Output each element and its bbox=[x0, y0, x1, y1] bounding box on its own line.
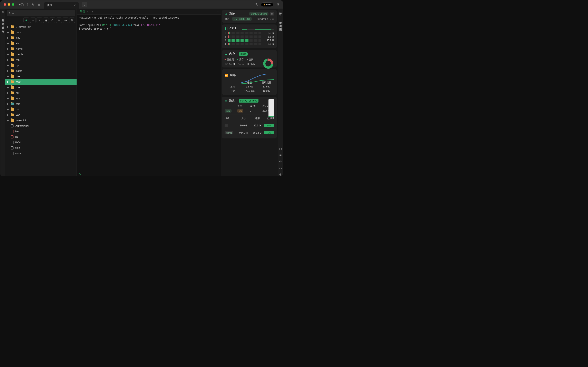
cpu-title: CPU bbox=[229, 26, 236, 30]
tree-row-root[interactable]: ▶root bbox=[5, 79, 77, 85]
gear-icon[interactable]: ⚙ bbox=[279, 173, 282, 176]
terminal-icon[interactable]: ▸▢ bbox=[19, 3, 24, 6]
memory-card: ☁ 内存 3.6 G 已使用 缓存 空闲 1017.6 M 2.5 G 117.… bbox=[222, 50, 277, 67]
tree-item-label: sbin bbox=[15, 146, 20, 150]
tree-row-srv[interactable]: ▶srv bbox=[5, 90, 77, 96]
tree-row-usr[interactable]: ▶usr bbox=[5, 107, 77, 112]
right-rail-close-icon[interactable]: ✕ bbox=[279, 14, 281, 17]
chevron-right-icon: ▶ bbox=[7, 64, 9, 67]
term-login-year: 2024 bbox=[126, 24, 132, 26]
tree-row-tmp[interactable]: ▶tmp bbox=[5, 101, 77, 107]
file-icon bbox=[11, 146, 13, 150]
target-icon[interactable]: ⊕ bbox=[24, 17, 29, 23]
refresh-icon[interactable]: ⟳ bbox=[279, 160, 282, 163]
tree-row-var[interactable]: ▶var bbox=[5, 112, 77, 118]
add-terminal-tab-icon[interactable]: ＋ bbox=[91, 10, 94, 13]
path-input-value: /root bbox=[9, 12, 14, 15]
tree-row-www[interactable]: www bbox=[5, 151, 77, 156]
cpu-core-num: 4 bbox=[225, 43, 227, 45]
tree-item-label: opt bbox=[16, 64, 20, 67]
heart-icon[interactable]: ♡ bbox=[56, 17, 62, 23]
folder-icon bbox=[11, 97, 14, 100]
transfer-icon[interactable]: ⇆ bbox=[32, 3, 35, 6]
cpu-core-row: 46.6 % bbox=[225, 43, 274, 45]
mem-legend-cache: 缓存 bbox=[239, 58, 244, 61]
tree-row-.autorelabel[interactable]: .autorelabel bbox=[5, 123, 77, 129]
terminal-output[interactable]: Activate the web console with: systemctl… bbox=[77, 15, 221, 172]
mount-avail: 25.9 G bbox=[251, 124, 264, 127]
tz-label: 时区: bbox=[225, 17, 230, 20]
refresh-icon[interactable]: ⟳ bbox=[50, 17, 55, 23]
tree-row-home[interactable]: ▶home bbox=[5, 46, 77, 52]
folder-icon bbox=[11, 25, 14, 28]
panel-icon[interactable]: ▯ bbox=[27, 3, 29, 6]
net-down-label: 下载 bbox=[225, 90, 240, 93]
tree-item-label: tmp bbox=[16, 102, 20, 105]
tree-row-lib[interactable]: lib bbox=[5, 134, 77, 140]
tree-item-label: srv bbox=[16, 91, 19, 94]
system-title: 系统 bbox=[229, 12, 235, 16]
search-icon[interactable] bbox=[254, 3, 258, 7]
close-terminal-tab-icon[interactable]: ✕ bbox=[86, 10, 88, 13]
tree-item-label: var bbox=[16, 113, 20, 117]
tree-row-sbin[interactable]: sbin bbox=[5, 145, 77, 151]
tree-row-media[interactable]: ▶media bbox=[5, 52, 77, 57]
tree-item-label: lib64 bbox=[15, 141, 21, 144]
net-up-speed: 1.5 K/s bbox=[242, 85, 257, 89]
disk-card: ▤ 磁盘 56.5 G / 964.0 G 类型读 / s写 / s vda x… bbox=[222, 97, 277, 138]
more-icon[interactable]: ⋯ bbox=[63, 17, 68, 23]
tree-row-sys[interactable]: ▶sys bbox=[5, 96, 77, 101]
file-tree[interactable]: ▶.Recycle_bin▶boot▶dev▶etc▶home▶media▶mn… bbox=[5, 24, 77, 176]
folder-icon bbox=[11, 48, 14, 50]
left-rail-close-icon[interactable]: ✕ bbox=[2, 11, 4, 13]
tree-row-dev[interactable]: ▶dev bbox=[5, 35, 77, 41]
chevron-right-icon: ▶ bbox=[7, 119, 9, 122]
tree-row-proc[interactable]: ▶proc bbox=[5, 74, 77, 79]
connection-tab[interactable]: 测试 ✕ bbox=[44, 2, 79, 8]
chevron-right-icon: ▶ bbox=[7, 70, 9, 72]
svg-point-0 bbox=[255, 3, 257, 5]
home-icon[interactable]: ⌂ bbox=[30, 17, 36, 23]
expand-icon[interactable]: ⤢ bbox=[36, 17, 42, 23]
close-tab-icon[interactable]: ✕ bbox=[74, 4, 76, 7]
cpu-card: ┇┇ CPU 15.3 %23.3 %395.2 %46.6 % bbox=[222, 25, 277, 48]
uptime-label: 运行时间: bbox=[257, 17, 268, 20]
chevron-right-icon: ▶ bbox=[7, 59, 9, 61]
terminal-tab[interactable]: 终端 ✕ bbox=[78, 10, 90, 13]
tree-row-opt[interactable]: ▶opt bbox=[5, 63, 77, 68]
card-icon[interactable]: ▭ bbox=[279, 166, 282, 170]
tree-row-lib64[interactable]: lib64 bbox=[5, 140, 77, 145]
list-icon[interactable]: ≣ bbox=[279, 153, 282, 157]
net-down-speed: 472.0 B/s bbox=[242, 90, 257, 93]
disk-icon: ▤ bbox=[225, 99, 227, 102]
tree-row-patch[interactable]: ▶patch bbox=[5, 68, 77, 74]
tree-row-.Recycle_bin[interactable]: ▶.Recycle_bin bbox=[5, 24, 77, 30]
expand-icon[interactable]: ▢ bbox=[279, 147, 282, 150]
terminal-tabs: 终端 ✕ ＋ ✕ bbox=[77, 8, 221, 15]
upload-icon[interactable]: ⎘ bbox=[69, 17, 75, 23]
list-icon[interactable]: ≣ bbox=[38, 3, 40, 6]
tree-row-run[interactable]: ▶run bbox=[5, 85, 77, 90]
mount-avail: 881.6 G bbox=[251, 131, 264, 134]
tree-row-www_init[interactable]: ▶www_init bbox=[5, 118, 77, 123]
settings-icon[interactable]: ⚙ bbox=[277, 3, 279, 6]
cpu-bar bbox=[228, 43, 263, 45]
tree-item-label: www bbox=[15, 152, 21, 155]
path-input[interactable]: /root bbox=[7, 10, 75, 16]
folder-icon bbox=[11, 114, 14, 116]
tree-row-bin[interactable]: bin bbox=[5, 129, 77, 134]
disk-dev-name: vda bbox=[225, 109, 232, 113]
eye-icon[interactable]: ◉ bbox=[43, 17, 49, 23]
tree-row-etc[interactable]: ▶etc bbox=[5, 41, 77, 46]
minimize-window-button[interactable] bbox=[8, 3, 10, 6]
close-window-button[interactable] bbox=[4, 3, 6, 6]
pen-icon[interactable]: ✎ bbox=[79, 173, 81, 175]
tree-row-mnt[interactable]: ▶mnt bbox=[5, 57, 77, 63]
zoom-window-button[interactable] bbox=[12, 3, 14, 6]
mem-cache-value: 2.5 G bbox=[238, 63, 243, 66]
close-center-icon[interactable]: ✕ bbox=[217, 10, 219, 13]
tab-dropdown-button[interactable]: ⌄ bbox=[82, 2, 87, 7]
chevron-right-icon: ▶ bbox=[7, 103, 9, 105]
cpu-icon: ┇┇ bbox=[225, 27, 228, 30]
tree-row-boot[interactable]: ▶boot bbox=[5, 30, 77, 35]
